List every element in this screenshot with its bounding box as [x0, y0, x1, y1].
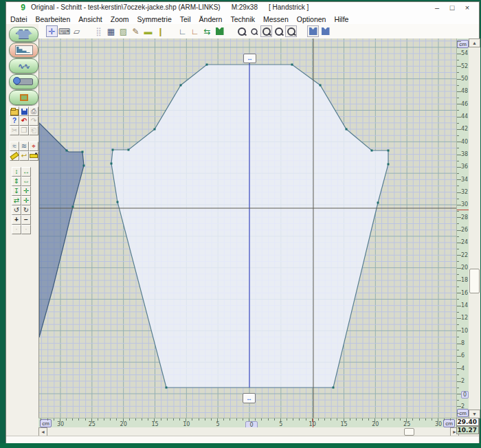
axis-bottom-handle[interactable]: ↔	[243, 393, 256, 403]
menu-item-messen[interactable]: Messen	[259, 14, 293, 24]
menu-item-bearbeiten[interactable]: Bearbeiten	[32, 14, 75, 24]
marker-bar-tool[interactable]: ❙	[155, 25, 166, 37]
vertex-point[interactable]	[388, 150, 390, 152]
vertex-point[interactable]	[111, 163, 113, 165]
open-button[interactable]	[10, 107, 19, 116]
dot-grid-tool[interactable]: ⣿	[93, 25, 104, 37]
vertex-point[interactable]	[112, 149, 114, 151]
ruler-tool[interactable]	[10, 151, 19, 161]
zoom-in-tool[interactable]	[236, 25, 247, 37]
scroll-up-button[interactable]: ▲	[469, 38, 480, 47]
undo-button[interactable]: ↶	[19, 116, 29, 126]
vertical-scrollbar[interactable]: ▲ ▼	[469, 38, 480, 418]
menu-item-zoom[interactable]: Zoom	[107, 14, 133, 24]
horizontal-ruler[interactable]: cm cm 30252015105051015202530	[38, 418, 456, 428]
pattern-canvas[interactable]: ↔ ↔	[38, 38, 457, 418]
select-tool[interactable]: ✛	[46, 25, 58, 37]
edit-properties-tool[interactable]: ✎	[130, 25, 142, 37]
help-button[interactable]: ?	[10, 116, 19, 126]
vertex-point[interactable]	[377, 202, 379, 204]
garment-parts-tool[interactable]	[320, 25, 331, 37]
curves-tool[interactable]: ≈	[10, 142, 19, 151]
extra-tool-1[interactable]: ·	[12, 225, 21, 234]
minimize-button[interactable]: –	[429, 2, 445, 14]
zoom-garment-tool[interactable]	[285, 25, 297, 37]
maximize-button[interactable]: □	[445, 2, 460, 14]
copy-button[interactable]: ❐	[19, 126, 29, 135]
vertex-point[interactable]	[72, 206, 74, 208]
expand-tool[interactable]: ✛	[21, 196, 31, 205]
mirror-tool[interactable]: ⇄	[12, 196, 21, 205]
paste-button[interactable]: ⎗	[29, 126, 38, 135]
horizontal-ruler-unit-left[interactable]: cm	[40, 419, 52, 427]
vertex-point[interactable]	[333, 387, 335, 389]
cut-button[interactable]: ✂	[10, 126, 19, 135]
knitting-machine-tool[interactable]: ⌨	[58, 25, 70, 37]
image-tool[interactable]: ▨	[118, 25, 129, 37]
add-button[interactable]: +	[12, 215, 21, 225]
measure-tool[interactable]	[29, 151, 38, 161]
steps-points-tool[interactable]: ∟	[189, 25, 201, 37]
close-button[interactable]: ×	[460, 2, 475, 14]
vertex-point[interactable]	[320, 85, 322, 87]
save-button[interactable]	[19, 107, 29, 116]
garment-compare-tool[interactable]	[307, 25, 319, 37]
menu-item-symmetrie[interactable]: Symmetrie	[133, 14, 176, 24]
vertex-point[interactable]	[291, 64, 293, 66]
horizontal-ruler-unit-right[interactable]: cm	[443, 419, 455, 427]
print-button[interactable]: ⎙	[29, 107, 38, 116]
axis-top-handle[interactable]: ↔	[243, 54, 256, 63]
zoom-steps-tool[interactable]	[260, 25, 272, 37]
scale-height-tool[interactable]: ⇕	[12, 177, 21, 186]
vertex-point[interactable]	[371, 150, 373, 152]
image-view-button[interactable]	[9, 90, 38, 105]
grid-tool[interactable]: ▦	[105, 25, 117, 37]
garment-view-button[interactable]	[9, 27, 38, 42]
green-capsule-tool[interactable]: ▬	[142, 25, 154, 37]
vertex-point[interactable]	[180, 85, 182, 87]
vertical-ruler[interactable]: cm cm 2024681012141618202224262830323436…	[456, 38, 469, 418]
center-tool[interactable]: ✛	[21, 186, 31, 196]
pattern-drawing[interactable]	[39, 38, 457, 418]
shape-tool[interactable]: ▱	[71, 25, 82, 37]
menu-item-ansicht[interactable]: Ansicht	[74, 14, 106, 24]
rotate-ccw-button[interactable]: ↺	[12, 205, 21, 215]
stretch-height-tool[interactable]: ↕	[12, 167, 21, 177]
machine-view-button[interactable]	[9, 74, 38, 89]
gauge-view-button[interactable]	[9, 43, 38, 58]
fold-tool[interactable]: ↩	[19, 151, 29, 161]
vertical-scroll-thumb[interactable]	[469, 269, 480, 293]
rotate-cw-button[interactable]: ↻	[21, 205, 31, 215]
vertex-point[interactable]	[82, 151, 84, 153]
vertex-point[interactable]	[206, 64, 208, 66]
smooth-curves-tool[interactable]: ≋	[19, 142, 29, 151]
vertex-point[interactable]	[388, 164, 390, 166]
horizontal-scroll-thumb[interactable]	[404, 428, 414, 436]
zoom-steps-2-tool[interactable]	[273, 25, 284, 37]
vertex-point[interactable]	[166, 387, 168, 389]
steps-tool[interactable]: ∟	[177, 25, 188, 37]
extra-tool-2[interactable]: ·	[21, 225, 31, 234]
menu-item-technik[interactable]: Technik	[226, 14, 259, 24]
menu-item-teil[interactable]: Teil	[176, 14, 195, 24]
vertex-point[interactable]	[117, 201, 119, 203]
vertex-point[interactable]	[154, 128, 156, 131]
garment-tool[interactable]	[214, 25, 225, 37]
menu-item-datei[interactable]: Datei	[6, 14, 32, 24]
vertex-point[interactable]	[83, 165, 85, 167]
pin-tool[interactable]: ⌖	[29, 142, 38, 151]
shift-down-tool[interactable]: ↧	[12, 186, 21, 196]
menu-item-ndern[interactable]: Ändern	[195, 14, 227, 24]
vertex-point[interactable]	[128, 149, 130, 151]
redo-button[interactable]: ↷	[29, 116, 38, 126]
menu-item-optionen[interactable]: Optionen	[293, 14, 331, 24]
transfer-arrows-tool[interactable]: ⇆	[201, 25, 213, 37]
vertex-point[interactable]	[346, 128, 348, 131]
menu-item-hilfe[interactable]: Hilfe	[330, 14, 353, 24]
scale-width-tool[interactable]: ⇔	[21, 177, 31, 186]
remove-button[interactable]: −	[21, 215, 31, 225]
yarn-view-button[interactable]: ∿∿	[9, 58, 38, 74]
vertex-point[interactable]	[66, 150, 68, 152]
zoom-small-tool[interactable]	[248, 25, 260, 37]
stretch-width-tool[interactable]: ↔	[21, 167, 31, 177]
